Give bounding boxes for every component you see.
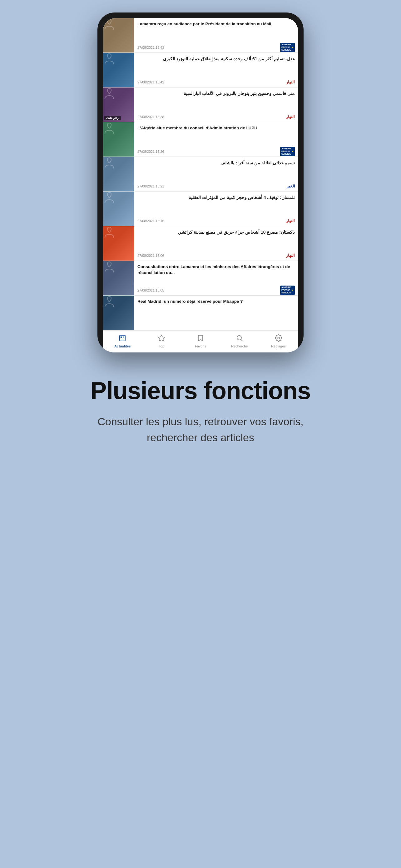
news-item-meta: 27/08/2021 15:16النهار (137, 218, 295, 224)
svg-rect-1 (121, 337, 122, 338)
nav-item-actualites[interactable]: Actualités (103, 333, 142, 349)
news-item-thumbnail (103, 261, 134, 295)
news-item-title: Consusltations entre Lamamra et les mini… (137, 264, 295, 276)
svg-line-8 (241, 340, 242, 341)
news-item-meta (137, 322, 295, 328)
news-item-content: عدل..تسليم أكثر من 61 ألف وحدة سكنية منذ… (134, 53, 298, 87)
nav-label-reglages: Réglages (271, 344, 286, 348)
nav-item-favoris[interactable]: Favoris (181, 333, 220, 349)
bookmark-icon (197, 334, 204, 342)
news-item-meta: 27/08/2021 15:26ALGERIEPRESSESERVICE★ (137, 148, 295, 155)
news-item-content: Real Madrid: un numéro déjà réservé pour… (134, 296, 298, 330)
elkhabar-logo: الخبر (287, 184, 295, 188)
newspaper-icon-wrapper (119, 334, 126, 343)
news-item-thumbnail (103, 157, 134, 191)
news-item-meta: 27/08/2021 15:06النهار (137, 252, 295, 259)
aps-logo: ALGERIEPRESSESERVICE★ (280, 43, 295, 52)
phone-mockup: Lamamra reçu en audience par le Présiden… (97, 12, 304, 352)
news-item-title: منى قاسمي وحسين بتير يتوجان بالبرونز في … (137, 91, 295, 97)
news-item-title: Lamamra reçu en audience par le Présiden… (137, 21, 295, 27)
news-item-meta: 27/08/2021 15:21الخبر (137, 183, 295, 189)
news-item-title: L'Algérie élue membre du conseil d'Admin… (137, 125, 295, 131)
star-icon-wrapper (158, 334, 165, 343)
news-item-source: النهار (286, 252, 295, 259)
news-item-content: Lamamra reçu en audience par le Présiden… (134, 18, 298, 53)
ennahar-logo: النهار (286, 80, 295, 85)
news-item-content: تلمسان: توقيف 4 أشخاص وحجز كمية من المؤث… (134, 191, 298, 226)
nav-item-recherche[interactable]: Recherche (220, 333, 259, 349)
thumb-label: برافو عليكم (104, 116, 121, 120)
news-item-meta: 27/08/2021 15:43ALGERIEPRESSESERVICE★ (137, 44, 295, 51)
phone-screen: Lamamra reçu en audience par le Présiden… (103, 18, 298, 352)
news-item-source: النهار (286, 114, 295, 120)
nav-label-top: Top (159, 344, 164, 348)
nav-label-favoris: Favoris (195, 344, 206, 348)
news-item-date: 27/08/2021 15:38 (137, 115, 164, 119)
nav-label-actualites: Actualités (114, 344, 131, 348)
news-item[interactable]: برافو عليكممنى قاسمي وحسين بتير يتوجان ب… (103, 88, 298, 122)
nav-item-reglages[interactable]: Réglages (259, 333, 298, 349)
news-item-meta: 27/08/2021 15:38النهار (137, 114, 295, 120)
news-item[interactable]: Real Madrid: un numéro déjà réservé pour… (103, 296, 298, 330)
news-item-title: Real Madrid: un numéro déjà réservé pour… (137, 299, 295, 305)
search-icon (236, 334, 243, 342)
news-item-source: ALGERIEPRESSESERVICE★ (280, 148, 295, 155)
news-item[interactable]: عدل..تسليم أكثر من 61 ألف وحدة سكنية منذ… (103, 53, 298, 88)
search-icon-wrapper (236, 334, 243, 343)
ennahar-logo: النهار (286, 253, 295, 258)
svg-point-9 (278, 337, 279, 339)
news-item[interactable]: باكستان: مصرع 10 أشخاص جراء حريق في مصنع… (103, 226, 298, 261)
news-item-thumbnail (103, 18, 134, 53)
nav-item-top[interactable]: Top (142, 333, 181, 349)
news-item-source: النهار (286, 79, 295, 85)
svg-marker-6 (158, 335, 165, 341)
news-item-content: باكستان: مصرع 10 أشخاص جراء حريق في مصنع… (134, 226, 298, 260)
news-item-source: ALGERIEPRESSESERVICE★ (280, 44, 295, 51)
news-item-date: 27/08/2021 15:05 (137, 288, 164, 292)
news-item-title: باكستان: مصرع 10 أشخاص جراء حريق في مصنع… (137, 229, 295, 236)
news-item-content: منى قاسمي وحسين بتير يتوجان بالبرونز في … (134, 88, 298, 122)
news-item-thumbnail (103, 53, 134, 87)
gear-icon (275, 334, 282, 342)
page-wrapper: Lamamra reçu en audience par le Présiden… (0, 0, 401, 489)
news-item-source: الخبر (287, 183, 295, 189)
news-item-date: 27/08/2021 15:21 (137, 184, 164, 188)
news-item-thumbnail (103, 226, 134, 260)
bookmark-icon-wrapper (197, 334, 204, 343)
news-item-source: النهار (286, 218, 295, 224)
aps-logo: ALGERIEPRESSESERVICE★ (280, 147, 295, 156)
news-item-thumbnail (103, 191, 134, 226)
news-item-title: تلمسان: توقيف 4 أشخاص وحجز كمية من المؤث… (137, 195, 295, 201)
news-item-content: تسمم غذائي لعائلة من ستة أفراد بالشلف27/… (134, 157, 298, 191)
news-item-content: Consusltations entre Lamamra et les mini… (134, 261, 298, 295)
newspaper-icon (119, 334, 126, 342)
features-subtitle: Consulter les plus lus, retrouver vos fa… (91, 414, 310, 445)
bottom-nav: Actualités Top Favoris Recherche Réglage… (103, 330, 298, 352)
aps-logo: ALGERIEPRESSESERVICE★ (280, 286, 295, 294)
nav-label-recherche: Recherche (231, 344, 248, 348)
ennahar-logo: النهار (286, 218, 295, 223)
news-item-date: 27/08/2021 15:26 (137, 150, 164, 153)
news-item[interactable]: L'Algérie élue membre du conseil d'Admin… (103, 122, 298, 157)
news-item-title: عدل..تسليم أكثر من 61 ألف وحدة سكنية منذ… (137, 56, 295, 62)
news-item-title: تسمم غذائي لعائلة من ستة أفراد بالشلف (137, 160, 295, 166)
news-item-content: L'Algérie élue membre du conseil d'Admin… (134, 122, 298, 157)
news-item-thumbnail: برافو عليكم (103, 88, 134, 122)
news-item[interactable]: Lamamra reçu en audience par le Présiden… (103, 18, 298, 53)
gear-icon-wrapper (275, 334, 282, 343)
news-list: Lamamra reçu en audience par le Présiden… (103, 18, 298, 330)
features-title: Plusieurs fonctions (25, 377, 376, 404)
ennahar-logo: النهار (286, 114, 295, 119)
news-item-thumbnail (103, 296, 134, 330)
news-item-meta: 27/08/2021 15:42النهار (137, 79, 295, 85)
news-item-source: ALGERIEPRESSESERVICE★ (280, 287, 295, 293)
news-item-thumbnail (103, 122, 134, 157)
news-item-date: 27/08/2021 15:06 (137, 254, 164, 257)
news-item-date: 27/08/2021 15:16 (137, 219, 164, 223)
news-item[interactable]: تلمسان: توقيف 4 أشخاص وحجز كمية من المؤث… (103, 191, 298, 226)
news-item[interactable]: تسمم غذائي لعائلة من ستة أفراد بالشلف27/… (103, 157, 298, 191)
star-icon (158, 334, 165, 342)
features-section: Plusieurs fonctions Consulter les plus l… (0, 352, 401, 464)
news-item[interactable]: Consusltations entre Lamamra et les mini… (103, 261, 298, 296)
news-item-date: 27/08/2021 15:42 (137, 80, 164, 84)
